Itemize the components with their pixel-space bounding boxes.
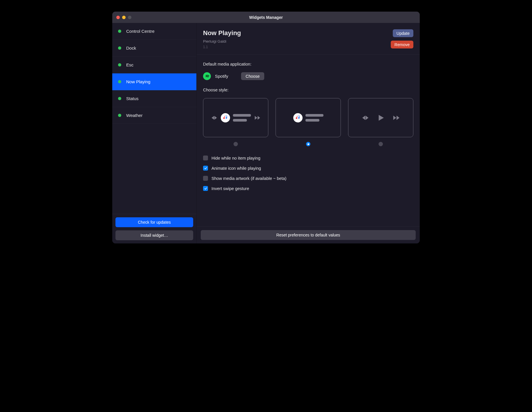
sidebar-item-label: Esc [126, 62, 133, 67]
status-dot-icon [118, 114, 121, 117]
status-dot-icon [118, 80, 121, 83]
reset-preferences-button[interactable]: Reset preferences to default values [201, 230, 416, 240]
main-content: Default media application: Spotify Choos… [197, 55, 420, 226]
sidebar: Control Centre Dock Esc Now Playing Stat… [112, 23, 197, 243]
header-actions: Update Remove [391, 29, 413, 48]
checkbox-icon [203, 176, 208, 181]
status-dot-icon [118, 63, 121, 66]
option-label: Show media artwork (if available ~ beta) [211, 176, 286, 181]
choose-app-button[interactable]: Choose [241, 72, 264, 80]
sidebar-item-label: Control Centre [126, 29, 155, 34]
next-track-icon [254, 114, 261, 122]
sidebar-item-weather[interactable]: Weather [112, 107, 196, 124]
checkbox-icon [203, 156, 208, 160]
titlebar[interactable]: Widgets Manager [112, 12, 420, 23]
music-art-icon [221, 113, 230, 122]
style-card-compact[interactable] [276, 98, 341, 137]
spotify-icon [203, 72, 211, 80]
prev-track-icon [210, 114, 218, 122]
sidebar-list: Control Centre Dock Esc Now Playing Stat… [112, 23, 196, 214]
option-animate-icon[interactable]: Animate icon while playing [203, 166, 413, 171]
status-dot-icon [118, 97, 121, 100]
default-app-label: Default media application: [203, 62, 413, 66]
traffic-lights [116, 16, 131, 19]
sidebar-item-label: Status [126, 96, 139, 101]
close-window-button[interactable] [116, 16, 120, 19]
widget-version: 1.1 [203, 45, 241, 49]
main-header: Now Playing Pierluigi Galdi 1.1 Update R… [197, 23, 420, 55]
option-label: Animate icon while playing [211, 166, 261, 171]
style-radio-controls[interactable] [379, 142, 383, 146]
window-title: Widgets Manager [112, 15, 420, 20]
widget-title: Now Playing [203, 29, 241, 37]
main-panel: Now Playing Pierluigi Galdi 1.1 Update R… [197, 23, 420, 243]
checkbox-checked-icon [203, 186, 208, 191]
remove-button[interactable]: Remove [391, 41, 413, 48]
window-body: Control Centre Dock Esc Now Playing Stat… [112, 23, 420, 243]
minimize-window-button[interactable] [122, 16, 126, 19]
install-widget-button[interactable]: Install widget… [115, 230, 193, 240]
sidebar-bottom: Check for updates Install widget… [112, 214, 196, 243]
sidebar-item-status[interactable]: Status [112, 90, 196, 107]
sidebar-item-control-centre[interactable]: Control Centre [112, 23, 196, 40]
next-track-icon [392, 113, 401, 122]
style-option-full [203, 98, 268, 146]
default-app-row: Spotify Choose [203, 72, 413, 80]
style-radio-full[interactable] [234, 142, 238, 146]
maximize-window-button[interactable] [128, 16, 131, 19]
header-info: Now Playing Pierluigi Galdi 1.1 [203, 29, 241, 49]
widget-author: Pierluigi Galdi [203, 39, 241, 44]
options-checklist: Hide while no item playing Animate icon … [203, 156, 413, 191]
sidebar-item-dock[interactable]: Dock [112, 40, 196, 57]
style-options [203, 98, 413, 146]
prev-track-icon [361, 113, 370, 122]
app-window: Widgets Manager Control Centre Dock Esc [112, 12, 420, 243]
option-show-artwork[interactable]: Show media artwork (if available ~ beta) [203, 176, 413, 181]
track-text-placeholder [305, 114, 323, 122]
style-card-controls[interactable] [348, 98, 413, 137]
status-dot-icon [118, 30, 121, 33]
main-footer: Reset preferences to default values [197, 226, 420, 243]
option-label: Hide while no item playing [211, 156, 260, 160]
choose-style-label: Choose style: [203, 88, 413, 92]
status-dot-icon [118, 46, 121, 50]
play-icon [377, 113, 385, 122]
option-label: Invert swipe gesture [211, 186, 249, 191]
default-app-name: Spotify [215, 74, 228, 79]
track-text-placeholder [233, 114, 251, 122]
sidebar-item-label: Now Playing [126, 79, 150, 84]
style-option-controls [348, 98, 413, 146]
sidebar-item-now-playing[interactable]: Now Playing [112, 73, 196, 90]
checkbox-checked-icon [203, 166, 208, 171]
update-button[interactable]: Update [393, 29, 413, 37]
option-hide-while-no-item[interactable]: Hide while no item playing [203, 156, 413, 160]
option-invert-swipe[interactable]: Invert swipe gesture [203, 186, 413, 191]
sidebar-item-label: Dock [126, 46, 136, 50]
style-option-compact [276, 98, 341, 146]
sidebar-item-esc[interactable]: Esc [112, 57, 196, 73]
check-for-updates-button[interactable]: Check for updates [115, 217, 193, 227]
style-card-full[interactable] [203, 98, 268, 137]
music-art-icon [293, 113, 303, 122]
style-radio-compact[interactable] [306, 142, 310, 146]
sidebar-item-label: Weather [126, 113, 142, 118]
